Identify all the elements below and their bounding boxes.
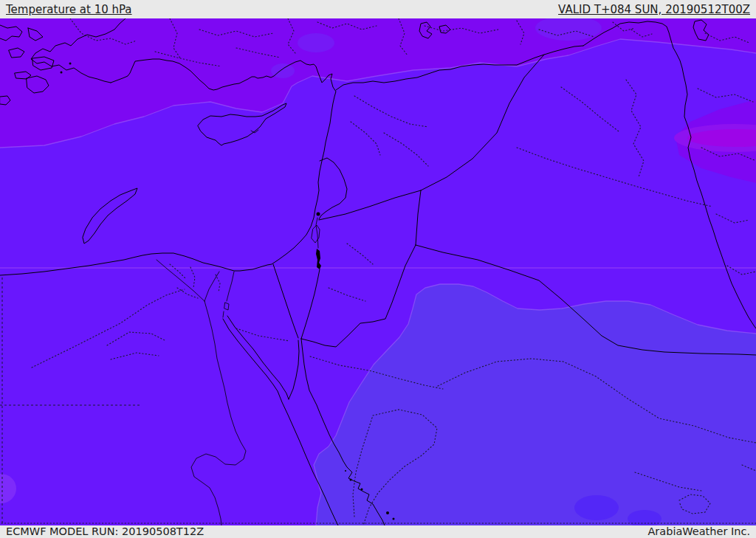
red-sea-islet-3 [345,470,346,472]
page-title: Temperature at 10 hPa [6,3,132,16]
weather-map-screen: Temperature at 10 hPa VALID T+084 SUN, 2… [0,0,756,538]
islet-dot-1 [61,72,63,74]
red-sea-islet-5 [393,518,395,520]
temp-blob-cool-turkey-1 [298,33,334,52]
model-run-label: ECMWF MODEL RUN: 20190508T12Z [6,525,204,538]
temp-blob-cool-turkey-3 [271,63,295,78]
footer-bar: ECMWF MODEL RUN: 20190508T12Z ArabiaWeat… [0,525,756,538]
red-sea-islet-2 [361,489,363,491]
valid-time-label: VALID T+084 SUN, 20190512T00Z [558,3,750,16]
red-sea-islet-1 [350,479,352,481]
red-sea-islet-4 [386,511,389,514]
forecast-map [0,18,756,525]
sea-of-galilee [317,213,320,216]
header-bar: Temperature at 10 hPa VALID T+084 SUN, 2… [0,0,756,18]
credit-label: ArabiaWeather Inc. [647,525,750,538]
islet-dot-2 [69,63,72,65]
temp-blob-deep-1 [574,495,619,520]
